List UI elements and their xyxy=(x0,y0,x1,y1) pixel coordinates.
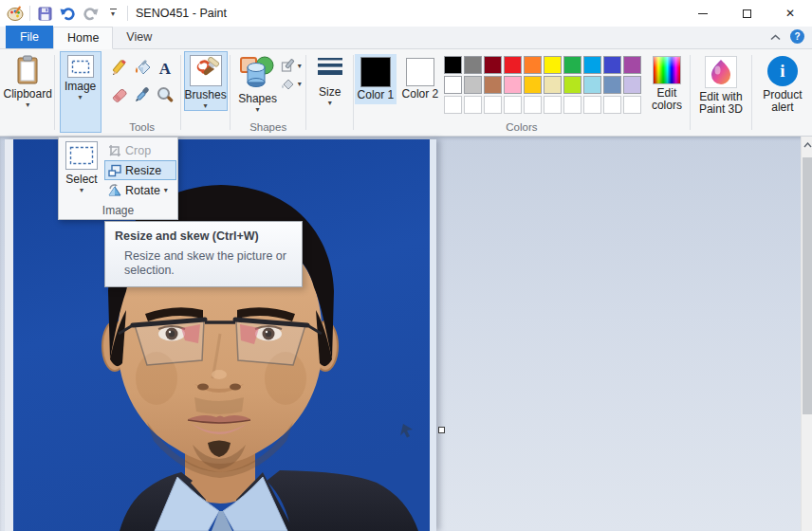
pencil-tool-button[interactable] xyxy=(109,57,130,80)
size-label: Size xyxy=(319,86,341,99)
brushes-button[interactable]: Brushes ▾ xyxy=(184,51,228,111)
color-picker-tool-button[interactable] xyxy=(132,83,153,106)
color2-button[interactable]: Color 2 xyxy=(400,54,440,103)
shapes-button[interactable]: Shapes ▾ xyxy=(235,55,281,115)
palette-swatch[interactable] xyxy=(464,76,482,94)
outline-icon xyxy=(281,59,296,73)
select-label: Select xyxy=(65,173,97,186)
color2-label: Color 2 xyxy=(401,88,439,101)
ribbon-tabstrip: File Home View ? xyxy=(0,27,812,49)
scrollbar-thumb[interactable] xyxy=(803,157,812,414)
eraser-tool-button[interactable] xyxy=(109,83,130,106)
palette-swatch-empty[interactable] xyxy=(464,96,482,114)
palette-swatch-empty[interactable] xyxy=(603,96,621,114)
size-icon xyxy=(317,55,343,83)
shapes-label: Shapes xyxy=(238,93,277,105)
tab-file[interactable]: File xyxy=(6,26,53,48)
brushes-label: Brushes xyxy=(185,89,227,101)
select-icon xyxy=(65,141,98,170)
select-icon xyxy=(67,55,94,78)
paint3d-button[interactable]: Edit with Paint 3D xyxy=(692,51,750,117)
eyedropper-icon xyxy=(133,85,152,104)
size-button[interactable]: Size ▾ xyxy=(316,51,344,108)
group-size: Size ▾ xyxy=(307,51,352,136)
product-alert-button[interactable]: i Product alert xyxy=(753,51,812,115)
chevron-down-icon: ▾ xyxy=(204,102,208,110)
svg-text:A: A xyxy=(159,60,172,78)
tab-home[interactable]: Home xyxy=(53,27,113,49)
vertical-scrollbar[interactable] xyxy=(801,137,812,531)
canvas-resize-handle[interactable] xyxy=(438,427,445,433)
palette-swatch[interactable] xyxy=(603,76,621,94)
maximize-icon xyxy=(743,9,751,18)
minimize-button[interactable] xyxy=(681,0,725,27)
palette-swatch[interactable] xyxy=(484,76,502,94)
paint-app-icon xyxy=(7,5,24,22)
palette-swatch[interactable] xyxy=(563,76,581,94)
palette-swatch-empty[interactable] xyxy=(563,96,581,114)
palette-swatch[interactable] xyxy=(583,76,601,94)
group-product-alert: i Product alert xyxy=(753,51,812,136)
edit-colors-button[interactable]: Edit colors xyxy=(645,54,689,112)
palette-swatch[interactable] xyxy=(603,56,621,74)
scroll-up-button[interactable] xyxy=(802,138,812,152)
palette-swatch[interactable] xyxy=(623,56,641,74)
shapes-group-label: Shapes xyxy=(249,121,286,136)
clipboard-icon xyxy=(15,55,40,85)
rotate-menu-item[interactable]: Rotate ▾ xyxy=(104,180,176,200)
save-button[interactable] xyxy=(36,5,53,22)
palette-swatch[interactable] xyxy=(544,56,562,74)
magnifier-tool-button[interactable] xyxy=(155,83,175,106)
shape-outline-button[interactable]: ▾ xyxy=(281,58,302,74)
group-brushes: Brushes ▾ xyxy=(182,51,228,136)
fill-tool-button[interactable] xyxy=(132,57,153,80)
palette-swatch[interactable] xyxy=(444,76,462,94)
palette-swatch-empty[interactable] xyxy=(504,96,522,114)
palette-swatch-empty[interactable] xyxy=(524,96,542,114)
palette-swatch[interactable] xyxy=(504,76,522,94)
palette-swatch-empty[interactable] xyxy=(444,96,462,114)
palette-swatch[interactable] xyxy=(623,76,641,94)
image-flyout-menu: Select ▾ Crop Resize xyxy=(58,137,178,220)
resize-menu-item[interactable]: Resize xyxy=(104,160,176,180)
palette-swatch[interactable] xyxy=(544,76,562,94)
palette-swatch[interactable] xyxy=(524,76,542,94)
image-group-button[interactable]: Image ▾ xyxy=(60,51,102,133)
help-icon[interactable]: ? xyxy=(790,29,804,44)
undo-button[interactable] xyxy=(59,5,76,22)
group-clipboard: Clipboard ▾ xyxy=(2,51,53,136)
rotate-label: Rotate xyxy=(125,184,160,197)
palette-swatch[interactable] xyxy=(444,56,462,74)
color1-button[interactable]: Color 1 xyxy=(355,54,397,104)
palette-swatch[interactable] xyxy=(524,56,542,74)
palette-swatch-empty[interactable] xyxy=(623,96,641,114)
text-tool-button[interactable]: A xyxy=(155,57,175,80)
title-bar: ▾ SENO451 - Paint ✕ xyxy=(0,0,812,27)
customize-qat-button[interactable]: ▾ xyxy=(104,5,121,22)
clipboard-button[interactable]: Clipboard ▾ xyxy=(2,51,52,110)
palette-swatch-empty[interactable] xyxy=(544,96,562,114)
paint-window: ▾ SENO451 - Paint ✕ File Home View ? xyxy=(0,0,812,531)
titlebar-separator-2 xyxy=(127,6,128,21)
palette-swatch-empty[interactable] xyxy=(484,96,502,114)
resize-icon xyxy=(108,164,121,177)
crop-menu-item[interactable]: Crop xyxy=(104,140,176,160)
fill-bucket-icon xyxy=(133,59,152,78)
color2-swatch xyxy=(406,58,434,86)
color1-swatch xyxy=(360,57,391,87)
close-button[interactable]: ✕ xyxy=(768,0,812,27)
palette-swatch[interactable] xyxy=(464,56,482,74)
palette-swatch[interactable] xyxy=(583,56,601,74)
palette-swatch[interactable] xyxy=(504,56,522,74)
collapse-ribbon-button[interactable] xyxy=(770,27,781,45)
palette-swatch[interactable] xyxy=(484,56,502,74)
maximize-button[interactable] xyxy=(725,0,768,27)
redo-button[interactable] xyxy=(82,5,99,22)
palette-swatch-empty[interactable] xyxy=(583,96,601,114)
tab-view[interactable]: View xyxy=(113,26,165,48)
edit-colors-label: Edit colors xyxy=(645,87,689,112)
product-alert-label: Product alert xyxy=(758,89,807,114)
palette-swatch[interactable] xyxy=(563,56,581,74)
resize-tooltip: Resize and skew (Ctrl+W) Resize and skew… xyxy=(104,221,303,287)
shape-fill-button[interactable]: ▾ xyxy=(281,76,302,92)
